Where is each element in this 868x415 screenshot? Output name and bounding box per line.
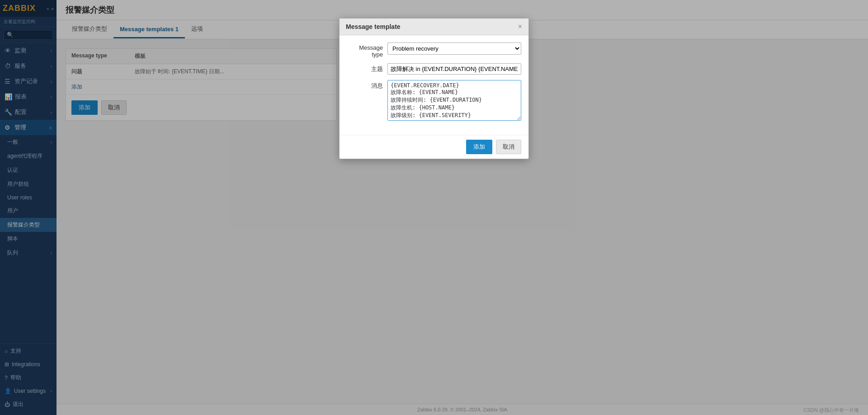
message-type-label: Message type [347, 42, 383, 58]
modal-header: Message template × [340, 19, 528, 35]
modal-add-button[interactable]: 添加 [466, 140, 492, 154]
message-field: {EVENT.RECOVERY.DATE} 故障名称: {EVENT.NAME}… [387, 80, 521, 122]
message-type-select[interactable]: Problem Problem recovery Problem update … [387, 42, 521, 55]
modal-title: Message template [346, 23, 401, 30]
message-type-row: Message type Problem Problem recovery Pr… [347, 42, 521, 58]
modal-body: Message type Problem Problem recovery Pr… [340, 35, 528, 135]
subject-input[interactable] [387, 63, 521, 75]
subject-label: 主题 [347, 63, 383, 73]
message-template-modal: Message template × Message type Problem … [339, 18, 529, 159]
modal-footer: 添加 取消 [340, 135, 528, 159]
modal-close-button[interactable]: × [518, 23, 522, 30]
modal-cancel-button[interactable]: 取消 [496, 140, 521, 154]
modal-overlay: Message template × Message type Problem … [0, 0, 868, 415]
subject-field [387, 63, 521, 75]
message-textarea[interactable]: {EVENT.RECOVERY.DATE} 故障名称: {EVENT.NAME}… [387, 80, 521, 121]
message-type-field: Problem Problem recovery Problem update … [387, 42, 521, 55]
message-row: 消息 {EVENT.RECOVERY.DATE} 故障名称: {EVENT.NA… [347, 80, 521, 122]
message-label: 消息 [347, 80, 383, 90]
subject-row: 主题 [347, 63, 521, 75]
